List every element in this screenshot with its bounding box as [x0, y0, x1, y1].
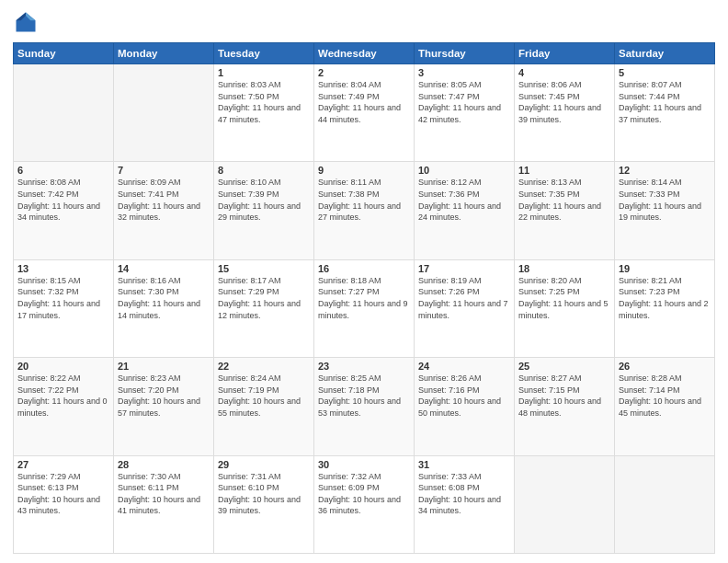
calendar-cell: 16Sunrise: 8:18 AMSunset: 7:27 PMDayligh… — [314, 259, 415, 357]
calendar-cell: 13Sunrise: 8:15 AMSunset: 7:32 PMDayligh… — [14, 259, 114, 357]
day-detail: Sunrise: 8:07 AMSunset: 7:44 PMDaylight:… — [619, 79, 711, 125]
calendar-cell: 15Sunrise: 8:17 AMSunset: 7:29 PMDayligh… — [214, 259, 314, 357]
day-detail: Sunrise: 8:17 AMSunset: 7:29 PMDaylight:… — [218, 275, 310, 321]
day-detail: Sunrise: 7:29 AMSunset: 6:13 PMDaylight:… — [17, 471, 109, 517]
col-header-tuesday: Tuesday — [214, 43, 314, 64]
day-detail: Sunrise: 8:05 AMSunset: 7:47 PMDaylight:… — [418, 79, 510, 125]
day-number: 11 — [518, 165, 610, 176]
day-number: 24 — [418, 361, 510, 372]
day-number: 22 — [218, 361, 310, 372]
day-number: 9 — [318, 165, 410, 176]
day-number: 14 — [118, 263, 210, 274]
col-header-sunday: Sunday — [14, 43, 114, 64]
day-detail: Sunrise: 8:09 AMSunset: 7:41 PMDaylight:… — [118, 177, 210, 223]
calendar-cell: 21Sunrise: 8:23 AMSunset: 7:20 PMDayligh… — [114, 358, 214, 455]
calendar-cell — [114, 64, 214, 162]
day-number: 16 — [318, 263, 410, 274]
day-number: 20 — [17, 361, 109, 372]
day-detail: Sunrise: 8:23 AMSunset: 7:20 PMDaylight:… — [118, 373, 210, 419]
day-detail: Sunrise: 8:22 AMSunset: 7:22 PMDaylight:… — [17, 373, 109, 419]
day-number: 17 — [418, 263, 510, 274]
col-header-wednesday: Wednesday — [314, 43, 415, 64]
day-detail: Sunrise: 7:31 AMSunset: 6:10 PMDaylight:… — [218, 471, 310, 517]
logo-icon — [13, 9, 39, 35]
day-number: 2 — [318, 67, 410, 78]
day-detail: Sunrise: 8:15 AMSunset: 7:32 PMDaylight:… — [17, 275, 109, 321]
logo — [13, 9, 42, 35]
week-row-4: 20Sunrise: 8:22 AMSunset: 7:22 PMDayligh… — [14, 358, 715, 455]
day-detail: Sunrise: 8:12 AMSunset: 7:36 PMDaylight:… — [418, 177, 510, 223]
week-row-5: 27Sunrise: 7:29 AMSunset: 6:13 PMDayligh… — [14, 455, 715, 553]
day-detail: Sunrise: 8:25 AMSunset: 7:18 PMDaylight:… — [318, 373, 410, 419]
day-detail: Sunrise: 8:13 AMSunset: 7:35 PMDaylight:… — [518, 177, 610, 223]
calendar-cell: 4Sunrise: 8:06 AMSunset: 7:45 PMDaylight… — [515, 64, 615, 162]
header-row: SundayMondayTuesdayWednesdayThursdayFrid… — [14, 43, 715, 64]
calendar-cell: 24Sunrise: 8:26 AMSunset: 7:16 PMDayligh… — [415, 358, 515, 455]
day-number: 6 — [17, 165, 109, 176]
day-number: 8 — [218, 165, 310, 176]
day-detail: Sunrise: 8:04 AMSunset: 7:49 PMDaylight:… — [318, 79, 410, 125]
day-number: 7 — [118, 165, 210, 176]
calendar-cell: 30Sunrise: 7:32 AMSunset: 6:09 PMDayligh… — [314, 455, 415, 553]
calendar-cell — [515, 455, 615, 553]
day-detail: Sunrise: 8:21 AMSunset: 7:23 PMDaylight:… — [619, 275, 711, 321]
day-number: 26 — [619, 361, 711, 372]
day-detail: Sunrise: 8:28 AMSunset: 7:14 PMDaylight:… — [619, 373, 711, 419]
day-detail: Sunrise: 8:06 AMSunset: 7:45 PMDaylight:… — [518, 79, 610, 125]
day-detail: Sunrise: 8:14 AMSunset: 7:33 PMDaylight:… — [619, 177, 711, 223]
calendar-cell — [615, 455, 715, 553]
calendar-cell: 20Sunrise: 8:22 AMSunset: 7:22 PMDayligh… — [14, 358, 114, 455]
calendar-cell: 23Sunrise: 8:25 AMSunset: 7:18 PMDayligh… — [314, 358, 415, 455]
day-detail: Sunrise: 8:20 AMSunset: 7:25 PMDaylight:… — [518, 275, 610, 321]
week-row-1: 1Sunrise: 8:03 AMSunset: 7:50 PMDaylight… — [14, 64, 715, 162]
day-number: 23 — [318, 361, 410, 372]
day-detail: Sunrise: 7:30 AMSunset: 6:11 PMDaylight:… — [118, 471, 210, 517]
day-number: 28 — [118, 459, 210, 470]
calendar-cell — [14, 64, 114, 162]
day-number: 29 — [218, 459, 310, 470]
day-detail: Sunrise: 8:26 AMSunset: 7:16 PMDaylight:… — [418, 373, 510, 419]
day-number: 27 — [17, 459, 109, 470]
day-detail: Sunrise: 8:11 AMSunset: 7:38 PMDaylight:… — [318, 177, 410, 223]
calendar-cell: 28Sunrise: 7:30 AMSunset: 6:11 PMDayligh… — [114, 455, 214, 553]
calendar-cell: 11Sunrise: 8:13 AMSunset: 7:35 PMDayligh… — [515, 162, 615, 259]
page: SundayMondayTuesdayWednesdayThursdayFrid… — [0, 0, 728, 563]
day-number: 31 — [418, 459, 510, 470]
day-detail: Sunrise: 7:32 AMSunset: 6:09 PMDaylight:… — [318, 471, 410, 517]
day-number: 5 — [619, 67, 711, 78]
day-number: 19 — [619, 263, 711, 274]
day-detail: Sunrise: 8:19 AMSunset: 7:26 PMDaylight:… — [418, 275, 510, 321]
calendar-cell: 8Sunrise: 8:10 AMSunset: 7:39 PMDaylight… — [214, 162, 314, 259]
calendar-cell: 14Sunrise: 8:16 AMSunset: 7:30 PMDayligh… — [114, 259, 214, 357]
day-number: 15 — [218, 263, 310, 274]
day-number: 25 — [518, 361, 610, 372]
calendar-cell: 27Sunrise: 7:29 AMSunset: 6:13 PMDayligh… — [14, 455, 114, 553]
day-detail: Sunrise: 8:18 AMSunset: 7:27 PMDaylight:… — [318, 275, 410, 321]
day-number: 10 — [418, 165, 510, 176]
calendar-cell: 9Sunrise: 8:11 AMSunset: 7:38 PMDaylight… — [314, 162, 415, 259]
calendar-cell: 10Sunrise: 8:12 AMSunset: 7:36 PMDayligh… — [415, 162, 515, 259]
calendar-table: SundayMondayTuesdayWednesdayThursdayFrid… — [13, 42, 715, 554]
day-number: 13 — [17, 263, 109, 274]
calendar-cell: 3Sunrise: 8:05 AMSunset: 7:47 PMDaylight… — [415, 64, 515, 162]
day-number: 12 — [619, 165, 711, 176]
calendar-cell: 29Sunrise: 7:31 AMSunset: 6:10 PMDayligh… — [214, 455, 314, 553]
day-detail: Sunrise: 8:27 AMSunset: 7:15 PMDaylight:… — [518, 373, 610, 419]
day-number: 3 — [418, 67, 510, 78]
day-number: 21 — [118, 361, 210, 372]
day-detail: Sunrise: 8:03 AMSunset: 7:50 PMDaylight:… — [218, 79, 310, 125]
calendar-cell: 22Sunrise: 8:24 AMSunset: 7:19 PMDayligh… — [214, 358, 314, 455]
calendar-cell: 5Sunrise: 8:07 AMSunset: 7:44 PMDaylight… — [615, 64, 715, 162]
day-number: 18 — [518, 263, 610, 274]
day-number: 1 — [218, 67, 310, 78]
day-detail: Sunrise: 8:08 AMSunset: 7:42 PMDaylight:… — [17, 177, 109, 223]
week-row-2: 6Sunrise: 8:08 AMSunset: 7:42 PMDaylight… — [14, 162, 715, 259]
day-detail: Sunrise: 8:24 AMSunset: 7:19 PMDaylight:… — [218, 373, 310, 419]
day-detail: Sunrise: 8:16 AMSunset: 7:30 PMDaylight:… — [118, 275, 210, 321]
calendar-cell: 25Sunrise: 8:27 AMSunset: 7:15 PMDayligh… — [515, 358, 615, 455]
col-header-friday: Friday — [515, 43, 615, 64]
calendar-cell: 12Sunrise: 8:14 AMSunset: 7:33 PMDayligh… — [615, 162, 715, 259]
day-detail: Sunrise: 8:10 AMSunset: 7:39 PMDaylight:… — [218, 177, 310, 223]
col-header-thursday: Thursday — [415, 43, 515, 64]
col-header-monday: Monday — [114, 43, 214, 64]
